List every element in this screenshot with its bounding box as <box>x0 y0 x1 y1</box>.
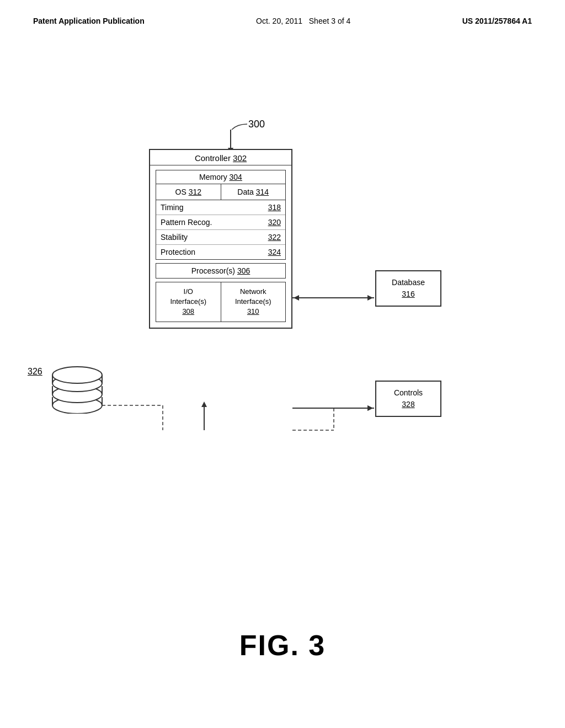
header-left: Patent Application Publication <box>33 17 145 25</box>
database-box: Database 316 <box>375 270 441 307</box>
controller-title: Controller 302 <box>150 150 291 165</box>
os-data-row: OS 312 Data 314 <box>156 184 285 200</box>
disk-stack: 326 <box>47 364 113 416</box>
header-date: Oct. 20, 2011 <box>256 17 302 25</box>
svg-marker-4 <box>367 295 373 301</box>
os-box: OS 312 <box>156 184 221 200</box>
disk-svg <box>47 364 113 414</box>
header-right: US 2011/257864 A1 <box>462 17 532 25</box>
header-center: Oct. 20, 2011 Sheet 3 of 4 <box>256 17 350 25</box>
timing-row: Timing 318 <box>156 200 285 215</box>
disk-label: 326 <box>28 367 42 377</box>
page-header: Patent Application Publication Oct. 20, … <box>0 0 565 25</box>
controls-box: Controls 328 <box>375 381 441 417</box>
label-300: 300 <box>248 119 265 130</box>
pattern-row: Pattern Recog. 320 <box>156 215 285 230</box>
network-box: NetworkInterface(s)310 <box>221 282 286 322</box>
memory-section: Memory 304 OS 312 Data 314 Timing 318 Pa… <box>156 170 286 260</box>
io-box: I/OInterface(s)308 <box>156 282 221 322</box>
controller-box: Controller 302 Memory 304 OS 312 Data 31… <box>149 149 292 329</box>
svg-marker-3 <box>294 295 299 301</box>
fig-label: FIG. 3 <box>239 629 326 662</box>
svg-marker-14 <box>367 405 373 411</box>
io-network-row: I/OInterface(s)308 NetworkInterface(s)31… <box>156 282 286 322</box>
protection-row: Protection 324 <box>156 245 285 259</box>
header-sheet: Sheet 3 of 4 <box>309 17 351 25</box>
svg-marker-8 <box>201 402 207 407</box>
memory-title: Memory 304 <box>156 170 285 184</box>
svg-marker-6 <box>367 405 373 411</box>
processor-box: Processor(s) 306 <box>156 263 286 279</box>
data-box: Data 314 <box>221 184 286 200</box>
diagram-area: 300 Controller 302 Me <box>0 88 565 629</box>
stability-row: Stability 322 <box>156 230 285 245</box>
svg-point-24 <box>52 367 102 383</box>
